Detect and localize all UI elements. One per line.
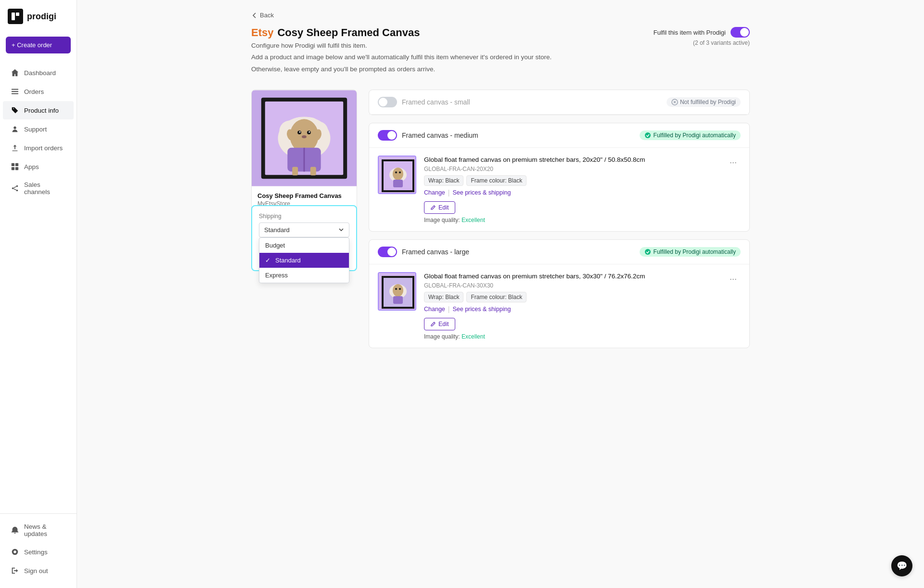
list-icon [11, 87, 19, 96]
prices-link-large[interactable]: See prices & shipping [452, 306, 511, 313]
prices-link-medium[interactable]: See prices & shipping [452, 189, 511, 196]
create-order-button[interactable]: + Create order [6, 37, 71, 53]
edit-icon-large [430, 321, 436, 327]
person-icon [11, 125, 19, 133]
page-title: Etsy Cosy Sheep Framed Canvas [251, 26, 552, 39]
variant-toggle-small[interactable] [378, 97, 397, 107]
svg-line-13 [13, 186, 16, 188]
svg-rect-7 [15, 163, 18, 166]
more-options-button-medium[interactable]: ··· [726, 156, 741, 170]
page-subtitle-2: Add a product and image below and we'll … [251, 52, 552, 62]
variant-header-small: Framed canvas - small Not fulfilled by P… [369, 90, 749, 115]
svg-point-26 [299, 131, 301, 132]
svg-rect-57 [393, 296, 403, 304]
sidebar-item-sign-out[interactable]: Sign out [3, 562, 74, 580]
variant-toggle-medium[interactable] [378, 130, 397, 141]
shipping-card-label: Shipping [259, 213, 349, 220]
status-badge-large: Fulfilled by Prodigi automatically [640, 247, 741, 257]
sidebar-item-import-orders[interactable]: Import orders [3, 139, 74, 157]
page-subtitle-3: Otherwise, leave empty and you'll be pro… [251, 65, 552, 74]
page-header: Etsy Cosy Sheep Framed Canvas Configure … [251, 26, 552, 74]
edit-button-medium[interactable]: Edit [424, 201, 455, 214]
more-options-button-large[interactable]: ··· [726, 272, 741, 286]
shipping-option-express-label: Express [265, 272, 288, 279]
product-thumbnail-svg [252, 90, 357, 186]
product-image [252, 90, 357, 186]
shipping-option-standard-label: Standard [275, 257, 301, 264]
chat-bubble[interactable]: 💬 [891, 555, 912, 576]
sidebar-item-dashboard[interactable]: Dashboard [3, 64, 74, 82]
shipping-card: Shipping Standard Budget ✓ S [251, 205, 357, 271]
bell-icon [11, 526, 19, 535]
product-title: Cosy Sheep Framed Canvas [277, 26, 420, 39]
sidebar-item-orders[interactable]: Orders [3, 82, 74, 101]
svg-rect-46 [393, 180, 403, 187]
variant-body-medium: Global float framed canvas on premium st… [369, 148, 749, 231]
status-badge-medium: Fulfilled by Prodigi automatically [640, 131, 741, 140]
sidebar-item-sales-channels[interactable]: Sales channels [3, 176, 74, 200]
product-line-medium: Global float framed canvas on premium st… [378, 156, 741, 223]
variant-header-left-large: Framed canvas - large [378, 247, 469, 257]
svg-rect-0 [12, 13, 15, 20]
logo-icon [8, 9, 23, 24]
sidebar-item-support-label: Support [24, 126, 47, 133]
wrap-tag-medium: Wrap: Black [424, 175, 463, 186]
signout-icon [11, 566, 19, 575]
sidebar-item-settings-label: Settings [24, 549, 48, 556]
left-panel: Cosy Sheep Framed Canvas MyEtsyStore 632… [251, 90, 357, 348]
status-label-large: Fulfilled by Prodigi automatically [654, 248, 736, 255]
svg-point-10 [16, 185, 18, 187]
svg-rect-4 [12, 93, 18, 94]
product-line-large: Global float framed canvas on premium st… [378, 272, 741, 340]
change-link-large[interactable]: Change [424, 306, 445, 313]
variant-header-left-small: Framed canvas - small [378, 97, 470, 107]
gear-icon [11, 548, 19, 556]
product-tags-large: Wrap: Black Frame colour: Black [424, 292, 645, 302]
product-name: Cosy Sheep Framed Canvas [257, 192, 351, 199]
sidebar-item-settings[interactable]: Settings [3, 543, 74, 561]
shipping-option-budget[interactable]: Budget [259, 238, 349, 253]
product-thumb-svg-large [379, 273, 416, 311]
header-area: Back Etsy Cosy Sheep Framed Canvas Confi… [251, 12, 750, 80]
variant-toggle-large[interactable] [378, 247, 397, 257]
image-quality-large: Image quality: Excellent [424, 333, 741, 340]
frame-tag-large: Frame colour: Black [466, 292, 526, 302]
svg-point-12 [16, 190, 18, 192]
chevron-down-icon [338, 227, 344, 233]
chat-icon: 💬 [897, 561, 907, 571]
variant-body-large: Global float framed canvas on premium st… [369, 264, 749, 348]
shipping-option-express[interactable]: Express [259, 268, 349, 283]
svg-point-28 [302, 135, 307, 138]
shipping-option-standard[interactable]: ✓ Standard [259, 253, 349, 268]
sidebar-item-support[interactable]: Support [3, 120, 74, 138]
image-quality-medium: Image quality: Excellent [424, 217, 741, 223]
upload-icon [11, 144, 19, 152]
fulfil-toggle[interactable] [731, 27, 750, 38]
change-link-medium[interactable]: Change [424, 189, 445, 196]
svg-rect-33 [292, 167, 298, 175]
product-line-sku-medium: GLOBAL-FRA-CAN-20X20 [424, 166, 645, 172]
sidebar-item-orders-label: Orders [24, 88, 44, 95]
shipping-selected-display[interactable]: Standard [259, 222, 349, 237]
sidebar-item-news-updates-label: News & updates [24, 523, 66, 537]
fulfilled-check-icon-large [644, 248, 651, 255]
not-fulfilled-icon [671, 99, 678, 105]
svg-rect-3 [12, 91, 18, 92]
edit-icon-medium [430, 205, 436, 210]
logo-area: prodigi [0, 0, 77, 33]
sidebar-item-product-info[interactable]: Product info [3, 101, 74, 119]
main-content: Back Etsy Cosy Sheep Framed Canvas Confi… [77, 0, 924, 588]
logo-text: prodigi [27, 12, 56, 22]
variant-name-medium: Framed canvas - medium [402, 131, 478, 139]
shipping-options-dropdown: Budget ✓ Standard Express [259, 237, 349, 283]
check-icon: ✓ [265, 257, 270, 264]
sidebar-item-apps[interactable]: Apps [3, 157, 74, 176]
page-subtitle-1: Configure how Prodigi will fulfil this i… [251, 41, 552, 51]
variant-name-small: Framed canvas - small [402, 98, 470, 106]
edit-button-large[interactable]: Edit [424, 318, 455, 330]
product-actions-medium: Change | See prices & shipping [424, 189, 645, 196]
product-line-name-medium: Global float framed canvas on premium st… [424, 156, 645, 165]
back-link[interactable]: Back [251, 12, 274, 19]
sidebar-item-news-updates[interactable]: News & updates [3, 518, 74, 542]
product-thumb-svg-medium [379, 157, 416, 194]
